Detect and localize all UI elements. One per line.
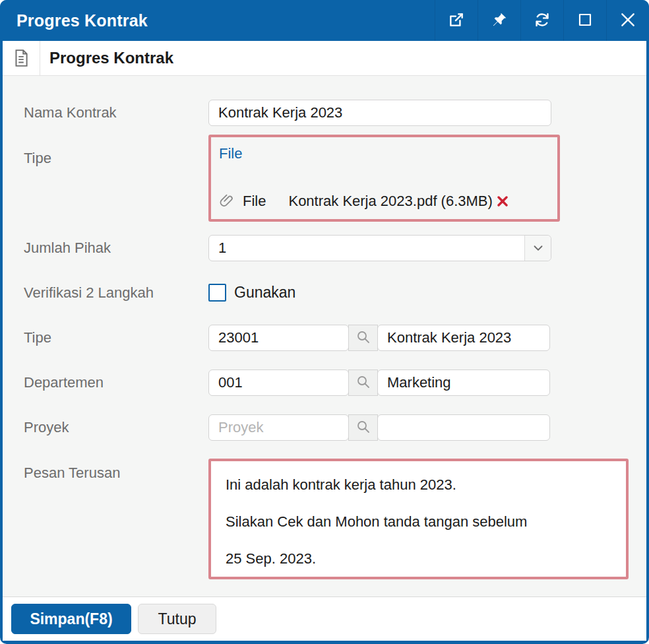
open-external-icon bbox=[448, 11, 465, 30]
close-dialog-button[interactable]: Tutup bbox=[138, 604, 216, 634]
row-verifikasi: Verifikasi 2 Langkah Gunakan bbox=[24, 284, 646, 302]
pesan-terusan-label: Pesan Terusan bbox=[24, 459, 208, 482]
row-proyek: Proyek bbox=[24, 414, 646, 441]
refresh-button[interactable] bbox=[520, 0, 563, 41]
gunakan-checkbox-label: Gunakan bbox=[234, 284, 295, 302]
departemen-search-button[interactable] bbox=[348, 370, 378, 396]
verifikasi-label: Verifikasi 2 Langkah bbox=[24, 284, 208, 302]
tipe-search-button[interactable] bbox=[348, 325, 378, 351]
pin-icon bbox=[491, 11, 508, 30]
window-title: Progres Kontrak bbox=[16, 11, 148, 30]
nama-kontrak-input[interactable] bbox=[208, 100, 551, 126]
remove-attachment-icon[interactable] bbox=[497, 195, 509, 207]
close-button[interactable] bbox=[606, 0, 649, 41]
search-icon bbox=[355, 419, 371, 437]
tipe-label: Tipe bbox=[24, 135, 208, 167]
file-type-link[interactable]: File bbox=[219, 145, 242, 162]
tab-row: Progres Kontrak bbox=[3, 41, 646, 76]
tipe-highlight-box: File File Kontrak Kerja 2023.pdf (6.3MB) bbox=[208, 135, 560, 222]
nama-kontrak-label: Nama Kontrak bbox=[24, 104, 208, 121]
titlebar-actions bbox=[435, 0, 649, 41]
jumlah-pihak-value: 1 bbox=[209, 240, 524, 257]
jumlah-pihak-label: Jumlah Pihak bbox=[24, 240, 208, 257]
row-pesan-terusan: Pesan Terusan Ini adalah kontrak kerja t… bbox=[24, 459, 646, 579]
departemen-kode-input[interactable] bbox=[208, 370, 349, 396]
gunakan-checkbox[interactable] bbox=[208, 284, 226, 302]
open-external-button[interactable] bbox=[435, 0, 478, 41]
tipe-kode-label: Tipe bbox=[24, 329, 208, 346]
pesan-line: 25 Sep. 2023. bbox=[226, 540, 614, 577]
close-icon bbox=[619, 11, 636, 30]
document-icon bbox=[3, 41, 40, 75]
attachment-filename[interactable]: Kontrak Kerja 2023.pdf (6.3MB) bbox=[288, 193, 492, 210]
row-departemen: Departemen bbox=[24, 370, 646, 396]
tipe-name-input[interactable] bbox=[377, 325, 550, 351]
pesan-line: Ini adalah kontrak kerja tahun 2023. bbox=[226, 467, 614, 503]
footer: Simpan(F8) Tutup bbox=[3, 596, 646, 641]
tipe-kode-input[interactable] bbox=[208, 325, 349, 351]
titlebar: Progres Kontrak bbox=[0, 0, 649, 41]
pesan-line: Silakan Cek dan Mohon tanda tangan sebel… bbox=[226, 503, 614, 540]
jumlah-pihak-select[interactable]: 1 bbox=[208, 235, 551, 261]
pesan-terusan-textarea[interactable]: Ini adalah kontrak kerja tahun 2023. Sil… bbox=[208, 459, 629, 579]
attachment-kind-label[interactable]: File bbox=[243, 193, 266, 210]
proyek-label: Proyek bbox=[24, 419, 208, 436]
proyek-kode-input[interactable] bbox=[208, 414, 349, 441]
tab-title[interactable]: Progres Kontrak bbox=[40, 41, 173, 75]
dialog-progres-kontrak: Progres Kontrak bbox=[0, 0, 649, 644]
maximize-icon bbox=[577, 12, 593, 30]
refresh-icon bbox=[534, 11, 551, 30]
pin-button[interactable] bbox=[478, 0, 520, 41]
save-button[interactable]: Simpan(F8) bbox=[11, 604, 131, 634]
departemen-label: Departemen bbox=[24, 374, 208, 391]
row-nama-kontrak: Nama Kontrak bbox=[24, 100, 646, 126]
search-icon bbox=[355, 374, 371, 392]
proyek-search-button[interactable] bbox=[348, 414, 378, 441]
proyek-name-input[interactable] bbox=[377, 414, 550, 441]
row-tipe-kode: Tipe bbox=[24, 325, 646, 351]
attachment-row: File Kontrak Kerja 2023.pdf (6.3MB) bbox=[219, 193, 551, 210]
paperclip-icon bbox=[219, 193, 235, 209]
departemen-name-input[interactable] bbox=[377, 370, 550, 396]
chevron-down-icon[interactable] bbox=[524, 236, 551, 261]
row-jumlah-pihak: Jumlah Pihak 1 bbox=[24, 235, 646, 261]
maximize-button[interactable] bbox=[563, 0, 606, 41]
form-area: Nama Kontrak Tipe File File Kontrak Kerj… bbox=[3, 76, 646, 596]
search-icon bbox=[355, 329, 371, 347]
row-tipe-file: Tipe File File Kontrak Kerja 2023.pdf (6… bbox=[24, 135, 646, 222]
